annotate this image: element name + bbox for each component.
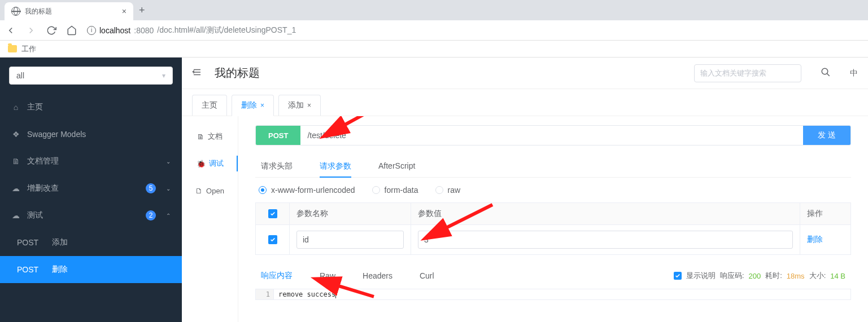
bug-icon: 🐞	[197, 160, 206, 168]
show-desc-label: 显示说明	[686, 271, 716, 281]
resp-tab-curl[interactable]: Curl	[420, 266, 434, 286]
left-tab-label: 调试	[209, 158, 224, 169]
address-bar[interactable]: i localhost:8080/doc.html#/all/测试/delete…	[87, 25, 296, 36]
response-body: remove success	[274, 289, 850, 299]
content-row: 🗎 文档 🐞 调试 🗋 Open POST /test/delete 发 送	[182, 116, 868, 322]
sub-tab-params[interactable]: 请求参数	[320, 156, 351, 177]
params-table: 参数名称 参数值 操作 id 3 删除	[255, 202, 851, 255]
resp-size-value: 14 B	[830, 272, 845, 280]
svg-line-4	[827, 73, 830, 76]
resp-code-value: 200	[749, 272, 761, 280]
tab-label: 添加	[288, 100, 304, 111]
request-panel: POST /test/delete 发 送 请求头部 请求参数 AfterScr…	[238, 116, 868, 322]
sidebar-item-label: 添加	[52, 237, 68, 248]
forward-icon[interactable]	[26, 25, 36, 36]
left-tab-doc[interactable]: 🗎 文档	[182, 123, 238, 150]
sidebar-item-label: Swagger Models	[27, 130, 86, 139]
checkbox[interactable]	[674, 272, 682, 280]
svg-point-3	[822, 68, 828, 74]
sidebar-sub-add[interactable]: POST 添加	[0, 229, 182, 256]
method-badge: POST	[256, 126, 300, 145]
count-badge: 5	[146, 183, 156, 193]
radio-icon	[435, 186, 443, 194]
response-tabs: 响应内容 Raw Headers Curl 显示说明 响应码: 200 耗时: …	[255, 265, 851, 286]
home-icon[interactable]	[67, 25, 77, 36]
checkbox-all[interactable]	[268, 209, 277, 218]
body-type-radios: x-www-form-urlencoded form-data raw	[255, 178, 851, 202]
sidebar-nav: ⌂ 主页 ❖ Swagger Models 🗎 文档管理 ⌄ ☁ 增删改查 5 …	[0, 94, 182, 322]
search-placeholder: 输入文档关键字搜索	[700, 68, 766, 78]
sidebar-item-crud[interactable]: ☁ 增删改查 5 ⌄	[0, 175, 182, 202]
sidebar-item-home[interactable]: ⌂ 主页	[0, 94, 182, 121]
url-host: localhost	[99, 26, 130, 35]
th-value: 参数值	[411, 203, 800, 225]
left-tab-debug[interactable]: 🐞 调试	[182, 150, 238, 177]
info-icon[interactable]: i	[87, 26, 96, 35]
sidebar: all ▾ ⌂ 主页 ❖ Swagger Models 🗎 文档管理 ⌄ ☁ 增…	[0, 58, 182, 322]
sidebar-item-label: 删除	[52, 264, 68, 275]
sidebar-item-models[interactable]: ❖ Swagger Models	[0, 121, 182, 148]
sidebar-item-label: 文档管理	[27, 156, 59, 166]
resp-tab-body[interactable]: 响应内容	[261, 265, 293, 286]
url-input[interactable]: /test/delete	[300, 126, 803, 145]
checkbox[interactable]	[268, 235, 277, 244]
response-editor[interactable]: 1 remove success	[255, 289, 851, 300]
tab-delete[interactable]: 删除 ×	[232, 95, 274, 116]
close-icon[interactable]: ×	[307, 102, 311, 109]
search-input[interactable]: 输入文档关键字搜索	[694, 64, 801, 82]
radio-urlencoded[interactable]: x-www-form-urlencoded	[259, 186, 355, 195]
open-icon: 🗋	[195, 187, 203, 195]
resp-code-label: 响应码:	[720, 271, 744, 281]
tab-home[interactable]: 主页	[192, 95, 227, 116]
tab-label: 主页	[202, 100, 217, 111]
page-title: 我的标题	[215, 65, 260, 81]
back-icon[interactable]	[6, 25, 16, 36]
radio-formdata[interactable]: form-data	[372, 186, 418, 195]
table-row: id 3 删除	[256, 225, 851, 255]
main-panel: 我的标题 输入文档关键字搜索 中 主页 删除 × 添加 × 🗎	[182, 58, 868, 322]
close-icon[interactable]: ×	[122, 7, 127, 16]
bookmark-item[interactable]: 工作	[21, 44, 36, 54]
radio-raw[interactable]: raw	[435, 186, 461, 195]
send-button[interactable]: 发 送	[803, 126, 850, 145]
close-icon[interactable]: ×	[260, 102, 264, 109]
url-path: /doc.html#/all/测试/deleteUsingPOST_1	[157, 25, 296, 36]
delete-row-link[interactable]: 删除	[807, 235, 823, 244]
browser-tab[interactable]: 我的标题 ×	[5, 2, 133, 20]
resp-tab-raw[interactable]: Raw	[320, 266, 335, 286]
url-row: POST /test/delete 发 送	[255, 125, 851, 145]
resp-size-label: 大小:	[809, 271, 826, 281]
search-icon[interactable]	[821, 67, 831, 79]
radio-icon	[259, 186, 267, 194]
method-label: POST	[17, 238, 45, 247]
resp-tab-headers[interactable]: Headers	[363, 266, 392, 286]
left-tab-label: 文档	[208, 131, 223, 142]
new-tab-button[interactable]: +	[133, 5, 151, 16]
folder-icon	[8, 45, 17, 52]
header: 我的标题 输入文档关键字搜索 中	[182, 58, 868, 89]
collapse-icon[interactable]	[192, 67, 202, 79]
tab-add[interactable]: 添加 ×	[278, 95, 321, 116]
group-select[interactable]: all ▾	[9, 67, 173, 85]
sub-tab-headers[interactable]: 请求头部	[261, 156, 293, 177]
sidebar-item-test[interactable]: ☁ 测试 2 ⌃	[0, 202, 182, 229]
main-tabs: 主页 删除 × 添加 ×	[182, 89, 868, 116]
sidebar-sub-delete[interactable]: POST 删除	[0, 256, 182, 283]
left-tab-open[interactable]: 🗋 Open	[182, 177, 238, 204]
th-op: 操作	[800, 203, 851, 225]
count-badge: 2	[146, 210, 156, 220]
app-root: all ▾ ⌂ 主页 ❖ Swagger Models 🗎 文档管理 ⌄ ☁ 增…	[0, 58, 868, 322]
sidebar-item-docs[interactable]: 🗎 文档管理 ⌄	[0, 148, 182, 175]
home-icon: ⌂	[11, 103, 20, 112]
language-toggle[interactable]: 中	[850, 68, 858, 78]
globe-icon	[11, 7, 20, 16]
browser-tab-title: 我的标题	[25, 7, 117, 16]
param-value-input[interactable]: 3	[418, 231, 793, 249]
left-tab-label: Open	[206, 187, 224, 195]
sub-tab-afterscript[interactable]: AfterScript	[378, 156, 415, 177]
sidebar-item-label: 测试	[27, 210, 43, 220]
resp-time-label: 耗时:	[765, 271, 782, 281]
browser-toolbar: i localhost:8080/doc.html#/all/测试/delete…	[0, 20, 868, 41]
reload-icon[interactable]	[46, 25, 56, 36]
param-name-input[interactable]: id	[296, 231, 404, 249]
